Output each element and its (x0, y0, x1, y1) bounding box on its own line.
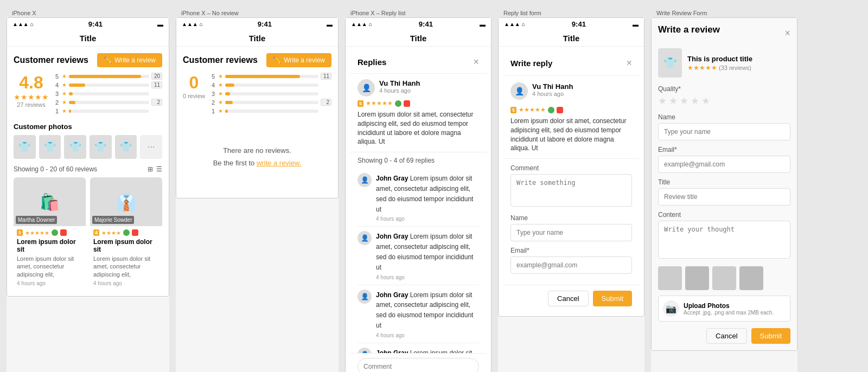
modal-container-3: Replies × 👤 Vu Thi Hanh 4 hours ago 5 ★★… (346, 47, 491, 372)
write-review-label-2: Write a review (284, 56, 325, 64)
photo-1[interactable]: 👕 (14, 135, 36, 159)
nav-title-3: Title (346, 30, 491, 47)
wrf-upload-title: Upload Photos (684, 302, 774, 310)
original-text: Lorem ipsum dolor sit amet, consectetur … (358, 110, 479, 146)
reply-item-2: 👤 John Gray Lorem ipsum dolor sit amet, … (358, 227, 479, 285)
write-review-button-2[interactable]: ✏️ Write a review (266, 53, 331, 67)
verified-icon (52, 229, 58, 236)
reply-cancel-btn[interactable]: Cancel (548, 291, 588, 306)
star-4[interactable]: ★ (691, 95, 699, 107)
star-5[interactable]: ★ (701, 95, 710, 107)
verified-icon-2 (123, 229, 130, 236)
average-score-2: 0 0 review (183, 73, 205, 99)
signal-icon-3: ▲▲▲ (351, 21, 367, 27)
reply-submit-btn[interactable]: Submit (593, 291, 632, 306)
reply-time-1: 4 hours ago (376, 216, 479, 222)
email-input[interactable] (510, 256, 632, 274)
reply-avatar-3: 👤 (358, 290, 372, 304)
reply-name-3: John Gray (376, 291, 410, 299)
photo-2[interactable]: 👕 (39, 135, 61, 159)
status-icons-4: ▲▲▲ ⌂ (504, 21, 525, 27)
review-card-body-1: 5 ★★★★★ Lorem ipsum dolor sit Lorem ipsu… (14, 226, 86, 290)
wrf-product-reviews: (33 reviews) (719, 65, 751, 71)
wifi-icon-2: ⌂ (200, 21, 203, 27)
comment-input[interactable] (358, 358, 479, 372)
grid-icon[interactable]: ⊞ (148, 165, 153, 173)
reply-time-2: 4 hours ago (376, 274, 479, 280)
avg-number-2: 0 (183, 73, 205, 93)
replies-modal: Replies × 👤 Vu Thi Hanh 4 hours ago 5 ★★… (350, 51, 487, 372)
bar-row-5: 5 ★ 20 (55, 73, 162, 80)
wrf-content-textarea[interactable] (658, 221, 790, 259)
wrf-form-actions: Cancel Submit (658, 328, 790, 344)
wr-user-row: 👤 Vu Thi Hanh 4 hours ago (503, 76, 640, 106)
review-card-2: 👔 Majorie Sowder 4 ★★★★ Lorem ipsum dolo… (90, 177, 162, 290)
wrf-product-info: This is product title ★★★★★ (33 reviews) (687, 55, 752, 72)
wrf-photos-preview (658, 266, 790, 290)
phone-frame-3: ▲▲▲ ⌂ 9:41 ▬ Title Replies × 👤 Vu Thi Ha… (345, 17, 492, 372)
wrf-name-input[interactable] (658, 123, 790, 140)
wrf-photo-1 (658, 266, 682, 290)
photo-5[interactable]: 👕 (115, 135, 137, 159)
reviewer-overlay-2: Majorie Sowder (92, 216, 134, 224)
panel-label-2: iPhone X – No review (176, 7, 339, 17)
quality-stars[interactable]: ★ ★ ★ ★ ★ (658, 95, 790, 107)
comment-textarea[interactable] (510, 174, 632, 207)
star-1[interactable]: ★ (658, 95, 667, 107)
status-bar-2: ▲▲▲ ⌂ 9:41 ▬ (176, 18, 338, 30)
review-time-2: 4 hours ago (93, 280, 159, 286)
wrf-close-btn[interactable]: × (784, 28, 790, 39)
list-icon[interactable]: ☰ (156, 165, 162, 173)
cr-header-2: Customer reviews ✏️ Write a review (183, 53, 331, 67)
wrf-email-input[interactable] (658, 156, 790, 173)
cr-title: Customer reviews (14, 55, 88, 65)
video-icon (60, 229, 67, 236)
panel-label-1: iPhone X (7, 7, 169, 17)
photo-more[interactable]: ··· (140, 135, 162, 159)
photo-3[interactable]: 👕 (64, 135, 86, 159)
name-input[interactable] (510, 224, 632, 241)
wrf-product-img: 👕 (658, 48, 682, 78)
wrf-title-input[interactable] (658, 188, 790, 206)
video-icon-2 (132, 229, 138, 236)
verified-icon-orig (395, 100, 401, 107)
status-icons-2: ▲▲▲ ⌂ (182, 21, 203, 27)
wrf-upload-area[interactable]: 📷 Upload Photos Accept .jpg, .png and ma… (658, 296, 790, 322)
wr-close-btn[interactable]: × (626, 57, 632, 69)
wr-meta: 5 ★★★★★ (503, 106, 640, 113)
wrf-cancel-btn[interactable]: Cancel (706, 328, 746, 344)
reply-avatar-1: 👤 (358, 173, 372, 187)
review-meta-2: 4 ★★★★ (93, 229, 159, 236)
bar-row-2: 2 ★ 2 (55, 99, 162, 106)
nav-title-1: Title (7, 30, 169, 47)
wr-user-time: 4 hours ago (532, 91, 573, 97)
wifi-icon-4: ⌂ (522, 21, 525, 27)
photos-title: Customer photos (14, 123, 162, 131)
bar-row-4: 4 ★ 11 (55, 81, 162, 88)
photo-4[interactable]: 👕 (90, 135, 112, 159)
star-3[interactable]: ★ (680, 95, 688, 107)
no-review-section: Customer reviews ✏️ Write a review 0 0 r… (176, 47, 338, 198)
time-2: 9:41 (258, 20, 272, 28)
review-title-1: Lorem ipsum dolor sit (17, 238, 82, 253)
wrf-submit-btn[interactable]: Submit (751, 328, 790, 344)
write-review-label-1: Write a review (114, 56, 156, 64)
review-card-img-1: 🛍️ Martha Downer (14, 177, 86, 226)
panel-label-5: Write Review Form (651, 7, 797, 17)
replies-count: Showing 0 - 4 of 69 replies (350, 152, 487, 169)
first-to-text: Be the first to (213, 159, 257, 167)
name-label: Name (510, 214, 632, 222)
no-reviews-text: There are no reviews. (194, 144, 321, 157)
reply-item-4: 👤 John Gray Lorem ipsum dolor sit amet, … (358, 343, 479, 353)
avg-number: 4.8 (14, 73, 49, 93)
average-score: 4.8 ★★★★★ 27 reviews (14, 73, 49, 108)
review-body-1: Lorem ipsum dolor sit amet, consectetur … (17, 255, 82, 278)
replies-close-btn[interactable]: × (473, 56, 479, 68)
phone-frame-4: ▲▲▲ ⌂ 9:41 ▬ Title Write reply × 👤 Vu Th… (498, 17, 644, 317)
write-review-link[interactable]: write a review. (257, 159, 301, 167)
wr-user-name: Vu Thi Hanh (532, 82, 573, 91)
wr-header: Write reply × (503, 51, 640, 76)
write-review-button-1[interactable]: ✏️ Write a review (97, 53, 162, 67)
star-2[interactable]: ★ (669, 95, 678, 107)
wr-review-text: Lorem ipsum dolor sit amet, consectetur … (503, 117, 640, 159)
